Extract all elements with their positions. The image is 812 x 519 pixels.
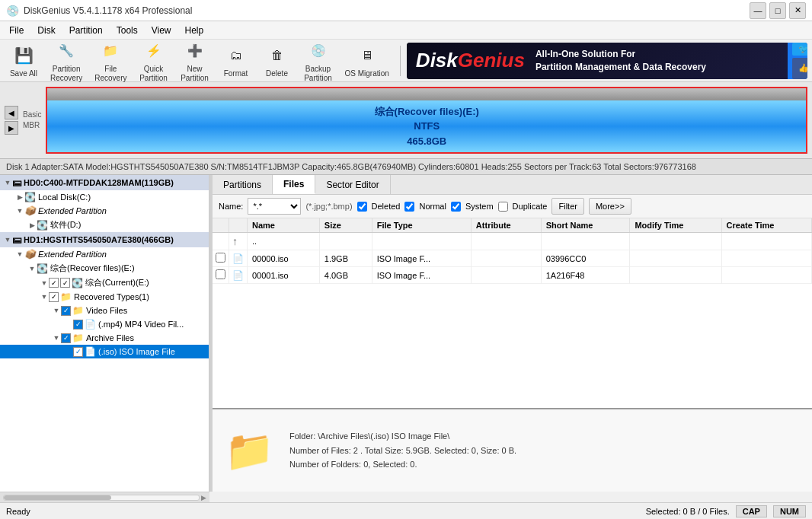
- software-d-expand: ▶: [27, 221, 37, 229]
- col-header-name[interactable]: Name: [248, 218, 320, 233]
- disk0-header[interactable]: ▼ 🖴 HD0:C400-MTFDDAK128MAM(119GB): [0, 175, 209, 190]
- row-check-cell[interactable]: [213, 267, 229, 284]
- check6[interactable]: ✓: [73, 347, 83, 357]
- backup-partition-button[interactable]: 💿 BackupPartition: [299, 36, 337, 86]
- nav-left-button[interactable]: ◀: [5, 106, 18, 119]
- format-label: Format: [224, 69, 248, 78]
- recovered-types[interactable]: ▼ ✓ 📁 Recovered Types(1): [0, 290, 209, 304]
- extended-partition-1[interactable]: ▼ 📦 Extended Partition: [0, 247, 209, 261]
- filter-button[interactable]: Filter: [551, 198, 583, 215]
- row-attribute: [471, 267, 541, 284]
- preview-folder-icon: 📁: [225, 428, 274, 474]
- delete-button[interactable]: 🗑 Delete: [258, 40, 296, 81]
- row-checkbox[interactable]: [216, 253, 225, 263]
- table-row[interactable]: ↑..: [213, 233, 812, 250]
- scroll-right-arrow[interactable]: ▶: [201, 494, 206, 501]
- save-all-button[interactable]: 💾 Save All: [5, 40, 43, 81]
- mp4-files[interactable]: ✓ 📄 (.mp4) MP4 Video Fil...: [0, 317, 209, 331]
- table-row[interactable]: 📄00000.iso1.9GBISO Image F...03996CC0: [213, 250, 812, 267]
- recover-current-e[interactable]: ▼ ✓ ✓ 💽 综合(Current)(E:): [0, 275, 209, 290]
- sidebar-scrollbar-thumb[interactable]: [4, 495, 111, 500]
- maximize-button[interactable]: □: [769, 2, 786, 19]
- nav-right-button[interactable]: ▶: [5, 121, 18, 135]
- normal-checkbox[interactable]: [404, 202, 414, 212]
- banner-tagline: All-In-One Solution For Partition Manage…: [535, 48, 706, 74]
- os-migration-label: OS Migration: [345, 69, 389, 78]
- close-button[interactable]: ✕: [789, 2, 806, 19]
- menu-disk[interactable]: Disk: [31, 24, 61, 37]
- disk-bar-area: ◀ ▶ Basic MBR 综合(Recover files)(E:) NTFS…: [0, 82, 812, 158]
- menu-help[interactable]: Help: [179, 24, 210, 37]
- row-attribute: [471, 233, 541, 250]
- os-migration-button[interactable]: 🖥 OS Migration: [340, 40, 394, 81]
- row-checkbox[interactable]: [216, 269, 225, 279]
- status-selected: Selected: 0 B / 0 Files.: [646, 507, 730, 516]
- disk0-expand-icon: ▼: [3, 179, 12, 186]
- disk1-header[interactable]: ▼ 🖴 HD1:HGSTHTS545050A7E380(466GB): [0, 232, 209, 247]
- preview-pane: 📁 Folder: \Archive Files\(.iso) ISO Imag…: [213, 408, 812, 492]
- recover-files-e[interactable]: ▼ 💽 综合(Recover files)(E:): [0, 261, 209, 275]
- quick-partition-icon: ⚡: [142, 39, 166, 63]
- deleted-checkbox[interactable]: [357, 202, 367, 212]
- row-name[interactable]: 00001.iso: [248, 267, 320, 284]
- system-checkbox[interactable]: [451, 202, 461, 212]
- partition-recovery-icon: 🔧: [54, 39, 78, 63]
- col-header-createtime[interactable]: Create Time: [721, 218, 811, 233]
- col-header-shortname[interactable]: Short Name: [541, 218, 630, 233]
- format-button[interactable]: 🗂 Format: [217, 40, 255, 81]
- tab-files[interactable]: Files: [273, 175, 315, 194]
- extended-partition-0[interactable]: ▼ 📦 Extended Partition: [0, 204, 209, 218]
- partition-fs-label: NTFS: [414, 119, 440, 134]
- file-recovery-icon: 📁: [98, 39, 123, 63]
- more-button[interactable]: More>>: [589, 198, 631, 215]
- partition-recovery-button[interactable]: 🔧 PartitionRecovery: [46, 36, 87, 86]
- row-icon-cell: 📄: [229, 267, 248, 284]
- menu-tools[interactable]: Tools: [110, 24, 144, 37]
- col-header-filetype[interactable]: File Type: [372, 218, 471, 233]
- archive-files[interactable]: ▼ ✓ 📁 Archive Files: [0, 331, 209, 345]
- name-filter-select[interactable]: *.*: [248, 198, 301, 215]
- col-header-size[interactable]: Size: [319, 218, 372, 233]
- check1[interactable]: ✓: [49, 278, 59, 288]
- check5[interactable]: ✓: [61, 333, 71, 343]
- check3[interactable]: ✓: [61, 306, 71, 316]
- disk-ntfs-partition[interactable]: 综合(Recover files)(E:) NTFS 465.8GB: [47, 100, 806, 152]
- iso-files[interactable]: ✓ 📄 (.iso) ISO Image File: [0, 345, 209, 358]
- sidebar-scrollbar-track[interactable]: [3, 495, 200, 501]
- table-row[interactable]: 📄00001.iso4.0GBISO Image F...1A216F48: [213, 267, 812, 284]
- tab-partitions[interactable]: Partitions: [213, 175, 273, 194]
- local-disk-c[interactable]: ▶ 💽 Local Disk(C:): [0, 190, 209, 204]
- check1b[interactable]: ✓: [60, 278, 70, 288]
- file-table-container[interactable]: Name Size File Type Attribute Short Name…: [213, 218, 812, 408]
- right-panel: Partitions Files Sector Editor Name: *.*…: [213, 175, 812, 492]
- disk-visual[interactable]: 综合(Recover files)(E:) NTFS 465.8GB: [46, 87, 807, 154]
- quick-partition-button[interactable]: ⚡ QuickPartition: [135, 36, 173, 86]
- video-files[interactable]: ▼ ✓ 📁 Video Files: [0, 304, 209, 317]
- software-d[interactable]: ▶ 💽 软件(D:): [0, 218, 209, 232]
- check4[interactable]: ✓: [73, 320, 83, 330]
- save-all-icon: 💾: [11, 43, 36, 68]
- col-header-modtime[interactable]: Modify Time: [630, 218, 721, 233]
- twitter-share-button[interactable]: 🐦 Share: [792, 43, 807, 56]
- row-name[interactable]: 00000.iso: [248, 250, 320, 267]
- tab-sector-editor[interactable]: Sector Editor: [315, 175, 390, 194]
- iso-icon: 📄: [85, 346, 96, 357]
- partition-name-label: 综合(Recover files)(E:): [375, 104, 479, 119]
- new-partition-button[interactable]: ➕ NewPartition: [176, 36, 214, 86]
- row-check-cell[interactable]: [213, 250, 229, 267]
- sidebar-scroll-bar[interactable]: ▶: [0, 492, 209, 502]
- duplicate-checkbox[interactable]: [498, 202, 508, 212]
- check2[interactable]: ✓: [49, 292, 59, 302]
- disk-info-text: Disk 1 Adapter:SATA Model:HGSTHTS545050A…: [6, 162, 696, 171]
- menu-file[interactable]: File: [3, 24, 30, 37]
- row-check-cell[interactable]: [213, 233, 229, 250]
- minimize-button[interactable]: —: [750, 2, 766, 19]
- col-header-attribute[interactable]: Attribute: [471, 218, 541, 233]
- menu-partition[interactable]: Partition: [63, 24, 109, 37]
- row-size: [319, 233, 372, 250]
- facebook-share-button[interactable]: 👍 Share O: [792, 58, 807, 79]
- new-partition-label: NewPartition: [181, 65, 209, 83]
- row-name[interactable]: ..: [248, 233, 320, 250]
- file-recovery-button[interactable]: 📁 FileRecovery: [90, 36, 131, 86]
- menu-view[interactable]: View: [145, 24, 177, 37]
